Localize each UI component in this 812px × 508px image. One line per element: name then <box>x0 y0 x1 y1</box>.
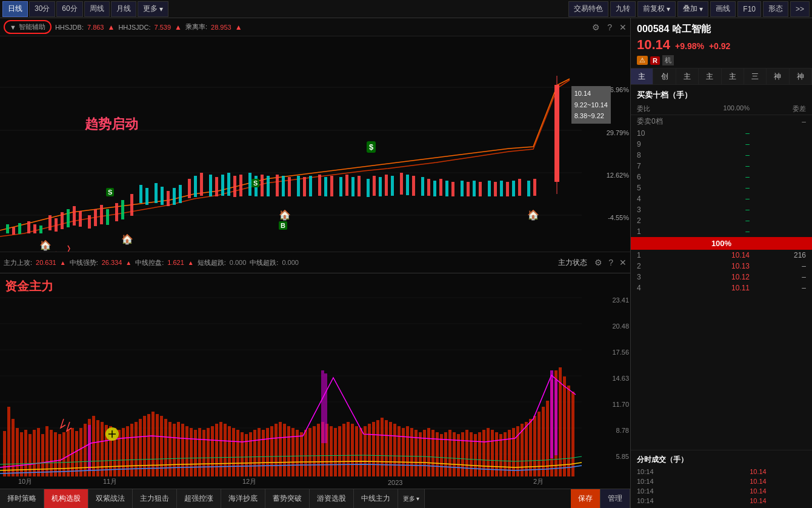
hh-sjdc-arrow: ▲ <box>175 23 182 32</box>
tab-pre-rights[interactable]: 前复权▾ <box>637 1 676 17</box>
svg-rect-65 <box>421 177 424 196</box>
ind-label: 智能辅助 <box>19 22 45 32</box>
tab-expand[interactable]: >> <box>790 1 810 17</box>
svg-rect-33 <box>200 173 203 196</box>
svg-rect-146 <box>228 426 231 476</box>
svg-rect-130 <box>160 416 163 476</box>
indicator-dropdown[interactable]: ▼ <box>10 24 16 31</box>
tab-more[interactable]: 更多▾ <box>138 1 168 17</box>
btn-midline-main[interactable]: 中线主力 <box>354 489 398 509</box>
s-icon-1: S <box>106 188 114 196</box>
house-icon-2: 🏠 <box>121 233 133 245</box>
svg-rect-10 <box>39 226 42 233</box>
svg-rect-26 <box>155 183 158 203</box>
svg-rect-52 <box>330 176 333 196</box>
svg-rect-49 <box>309 176 312 196</box>
svg-rect-62 <box>400 173 403 195</box>
btn-timing[interactable]: 择时策略 <box>0 489 44 509</box>
month-dec: 12月 <box>242 477 256 486</box>
svg-rect-205 <box>478 432 481 476</box>
btn-institution[interactable]: 机构选股 <box>44 489 88 509</box>
svg-rect-17 <box>88 215 91 229</box>
svg-rect-190 <box>414 430 418 476</box>
tab-daily[interactable]: 日线 <box>2 1 28 17</box>
tab-60min[interactable]: 60分 <box>56 1 82 17</box>
price-chart[interactable]: 趋势启动 🏠 🏠 🏠 🏠 S S $ B ★ ★★★ ◀ ▦ ▦ ▦ ▦ ▦ <box>0 36 630 252</box>
vol-help-icon[interactable]: ? <box>608 258 613 267</box>
svg-rect-55 <box>351 177 354 196</box>
indicator-chart[interactable]: 资金主力 23.41 20.48 17.56 14.63 11.70 8.78 … <box>0 273 630 489</box>
svg-rect-142 <box>211 426 214 476</box>
svg-rect-36 <box>221 175 224 196</box>
svg-rect-77 <box>500 181 503 196</box>
panel-tab-row: 主 创 主 主 主 三 神 神 <box>631 69 812 85</box>
svg-rect-43 <box>267 176 270 196</box>
indicator-chart-label: 资金主力 <box>5 278 53 295</box>
ind-close-icon[interactable]: ✕ <box>619 22 627 32</box>
panel-tab-3[interactable]: 主 <box>699 69 721 84</box>
y-label-3: 12.62% <box>607 172 629 179</box>
svg-rect-112 <box>84 424 87 476</box>
vol-settings-icon[interactable]: ⚙ <box>594 258 602 267</box>
chart-area: ▼ 智能辅助 HHSJDB: 7.863 ▲ HHJSJDC: 7.539 ▲ … <box>0 18 630 508</box>
btn-save[interactable]: 保存 <box>571 489 601 509</box>
btn-more-tools[interactable]: 更多▾ <box>398 489 425 509</box>
btn-momentum-break[interactable]: 蓄势突破 <box>265 489 310 509</box>
svg-rect-93 <box>3 431 6 476</box>
panel-tab-1[interactable]: 创 <box>653 69 676 84</box>
svg-rect-153 <box>258 428 261 476</box>
s-icon-2: S <box>251 179 259 187</box>
btn-double-purple[interactable]: 双紫战法 <box>88 489 133 509</box>
panel-tab-6[interactable]: 神 <box>767 69 789 84</box>
svg-rect-128 <box>151 412 155 476</box>
tab-30min[interactable]: 30分 <box>29 1 55 17</box>
svg-rect-154 <box>262 430 265 476</box>
svg-rect-221 <box>546 401 549 476</box>
btn-ocean-bottom[interactable]: 海洋抄底 <box>221 489 265 509</box>
panel-tab-2[interactable]: 主 <box>676 69 699 84</box>
panel-tab-7[interactable]: 神 <box>790 69 812 84</box>
tab-f10[interactable]: F10 <box>737 1 761 17</box>
btn-super-surge[interactable]: 超强控涨 <box>177 489 221 509</box>
svg-rect-216 <box>525 422 528 476</box>
indicator-ellipse: ▼ 智能辅助 <box>4 20 52 34</box>
svg-rect-102 <box>41 434 44 476</box>
svg-rect-50 <box>318 175 321 196</box>
stock-price-row: 10.14 +9.98% +0.92 <box>637 37 806 53</box>
hh-sjdb-label: HHSJDB: <box>55 24 84 31</box>
hh-sjdc-label: HHJSJDC: <box>118 24 150 31</box>
panel-tab-0[interactable]: 主 <box>631 69 653 84</box>
panel-tab-4[interactable]: 主 <box>722 69 744 84</box>
tab-trade-feature[interactable]: 交易特色 <box>568 1 608 17</box>
ind-y-5: 11.70 <box>612 401 629 408</box>
svg-rect-196 <box>440 434 443 476</box>
svg-rect-165 <box>308 428 311 476</box>
y-label-2: 29.79% <box>607 129 629 136</box>
svg-rect-181 <box>376 420 379 476</box>
svg-rect-138 <box>194 430 197 476</box>
panel-tab-5[interactable]: 三 <box>744 69 767 84</box>
svg-rect-38 <box>233 176 236 197</box>
svg-rect-163 <box>300 432 303 476</box>
svg-rect-202 <box>465 430 468 476</box>
vol-val-5: 0.000 <box>282 259 299 266</box>
tt-row-3: 10:14 10.14 <box>631 496 812 506</box>
tab-nine-turn[interactable]: 九转 <box>610 1 636 17</box>
tab-overlay[interactable]: 叠加▾ <box>677 1 708 17</box>
tab-weekly[interactable]: 周线 <box>84 1 110 17</box>
btn-fund-select[interactable]: 游资选股 <box>310 489 354 509</box>
btn-manage[interactable]: 管理 <box>601 489 630 509</box>
tab-monthly[interactable]: 月线 <box>111 1 136 17</box>
svg-rect-159 <box>283 424 286 476</box>
vol-close-icon[interactable]: ✕ <box>619 258 627 267</box>
ind-help-icon[interactable]: ? <box>607 22 612 32</box>
svg-rect-232 <box>324 373 327 443</box>
btn-main-snipe[interactable]: 主力狙击 <box>133 489 177 509</box>
badge-warning: ⚠ <box>637 56 648 65</box>
tab-draw[interactable]: 画线 <box>710 1 736 17</box>
tab-pattern[interactable]: 形态 <box>763 1 788 17</box>
ind-settings-icon[interactable]: ⚙ <box>592 22 600 32</box>
svg-rect-110 <box>75 431 78 476</box>
svg-rect-107 <box>62 432 65 476</box>
svg-rect-48 <box>303 177 306 196</box>
